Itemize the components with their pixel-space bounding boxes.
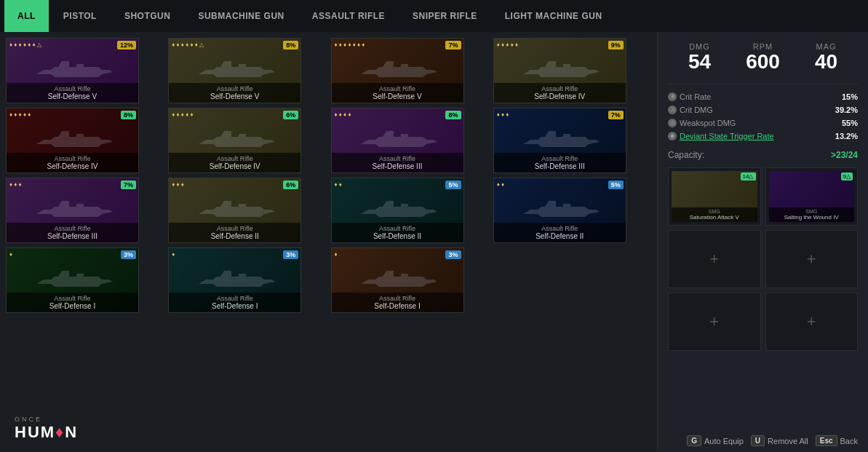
card-label: Assault RifleSelf-Defense IV bbox=[494, 83, 626, 103]
key-hint-label: Auto Equip bbox=[704, 437, 744, 445]
mod-grid: 14△SMGSaturation Attack V9△SMGSalting th… bbox=[668, 167, 858, 351]
card-badge: 7% bbox=[445, 41, 461, 49]
dmg-stat: DMG 54 bbox=[668, 42, 731, 74]
card-badge: 9% bbox=[608, 41, 624, 49]
mod-card: 9△SMGSalting the Wound IV bbox=[769, 171, 855, 222]
weapon-card[interactable]: ♦3%Assault RifleSelf-Defense I bbox=[331, 247, 464, 313]
key-hint-g[interactable]: GAuto Equip bbox=[687, 435, 744, 446]
weapon-card[interactable]: ♦ ♦ ♦ ♦ ♦ ♦ ♦7%Assault RifleSelf-Defense… bbox=[331, 38, 464, 103]
properties-section: ★Crit Rate15%⚔Crit DMG39.2%◎Weakspot DMG… bbox=[668, 84, 858, 143]
card-label: Assault RifleSelf-Defense III bbox=[494, 153, 626, 173]
weapon-card[interactable]: ♦ ♦ ♦ ♦ ♦6%Assault RifleSelf-Defense IV bbox=[168, 108, 301, 173]
property-value: 39.2% bbox=[835, 106, 858, 114]
weapon-card[interactable]: ♦ ♦5%Assault RifleSelf-Defense II bbox=[331, 178, 464, 243]
card-label: Assault RifleSelf-Defense IV bbox=[7, 153, 138, 173]
weapon-card[interactable]: ♦ ♦ ♦ ♦ ♦ ♦ △12%Assault RifleSelf-Defens… bbox=[6, 38, 139, 103]
card-badge: 12% bbox=[117, 41, 136, 49]
property-icon: ◆ bbox=[668, 132, 677, 140]
weapon-card[interactable]: ♦ ♦ ♦7%Assault RifleSelf-Defense III bbox=[6, 178, 139, 243]
weapon-card[interactable]: ♦ ♦ ♦ ♦8%Assault RifleSelf-Defense III bbox=[331, 108, 464, 173]
card-stars: ♦ bbox=[9, 251, 12, 258]
card-label: Assault RifleSelf-Defense V bbox=[7, 83, 138, 103]
weapon-card[interactable]: ♦3%Assault RifleSelf-Defense I bbox=[6, 247, 139, 313]
weapon-card[interactable]: ♦ ♦5%Assault RifleSelf-Defense II bbox=[493, 178, 626, 243]
card-badge: 8% bbox=[121, 111, 136, 119]
mod-slot[interactable]: + bbox=[765, 293, 859, 351]
card-stars: ♦ bbox=[335, 251, 338, 258]
key-hint-u[interactable]: URemove All bbox=[751, 435, 808, 446]
card-badge: 8% bbox=[283, 41, 298, 49]
weapon-card[interactable]: ♦3%Assault RifleSelf-Defense I bbox=[168, 247, 301, 313]
property-row: ◆Deviant State Trigger Rate13.2% bbox=[668, 130, 858, 143]
weapon-card[interactable]: ♦ ♦ ♦7%Assault RifleSelf-Defense III bbox=[493, 108, 626, 173]
card-stars: ♦ ♦ ♦ bbox=[172, 181, 184, 188]
card-label: Assault RifleSelf-Defense II bbox=[494, 223, 626, 242]
property-row: ⚔Crit DMG39.2% bbox=[668, 103, 858, 116]
add-mod-icon: + bbox=[709, 250, 719, 269]
card-badge: 5% bbox=[445, 181, 461, 189]
card-badge: 7% bbox=[608, 111, 624, 119]
nav-tab-pistol[interactable]: PISTOL bbox=[50, 0, 110, 32]
add-mod-icon: + bbox=[709, 312, 719, 331]
card-badge: 5% bbox=[608, 181, 624, 189]
logo: ONCE HUM♦N bbox=[15, 416, 78, 442]
card-label: Assault RifleSelf-Defense I bbox=[332, 293, 463, 312]
key-box: U bbox=[751, 435, 765, 446]
mod-slot[interactable]: 14△SMGSaturation Attack V bbox=[668, 167, 761, 226]
property-name: ★Crit Rate bbox=[668, 92, 711, 101]
card-stars: ♦ ♦ ♦ ♦ ♦ ♦ ♦ bbox=[335, 41, 365, 48]
weapon-grid: ♦ ♦ ♦ ♦ ♦ ♦ △12%Assault RifleSelf-Defens… bbox=[6, 38, 651, 313]
card-stars: ♦ ♦ bbox=[497, 181, 504, 188]
nav-tab-ar[interactable]: ASSAULT RIFLE bbox=[299, 0, 398, 32]
property-label: Weakspot DMG bbox=[680, 119, 736, 127]
property-icon: ◎ bbox=[668, 119, 677, 127]
logo-human: HUM♦N bbox=[15, 423, 78, 442]
mod-label: SMGSaturation Attack V bbox=[672, 207, 757, 222]
card-stars: ♦ ♦ ♦ ♦ ♦ bbox=[9, 111, 31, 118]
card-label: Assault RifleSelf-Defense III bbox=[7, 223, 138, 242]
nav-tab-lmg[interactable]: LIGHT MACHINE GUN bbox=[492, 0, 616, 32]
card-label: Assault RifleSelf-Defense I bbox=[7, 293, 138, 312]
key-box: Esc bbox=[816, 435, 837, 446]
property-icon: ★ bbox=[668, 92, 677, 101]
property-label[interactable]: Deviant State Trigger Rate bbox=[680, 132, 774, 140]
mod-slot[interactable]: + bbox=[668, 293, 761, 351]
card-stars: ♦ ♦ ♦ bbox=[9, 181, 22, 188]
nav-tab-all[interactable]: ALL bbox=[4, 0, 49, 32]
card-badge: 3% bbox=[283, 250, 298, 259]
card-badge: 6% bbox=[283, 111, 298, 119]
card-label: Assault RifleSelf-Defense II bbox=[169, 223, 300, 242]
key-box: G bbox=[687, 435, 701, 446]
card-stars: ♦ ♦ ♦ ♦ ♦ bbox=[497, 41, 518, 48]
key-hint-label: Back bbox=[840, 437, 858, 445]
property-name: ◆Deviant State Trigger Rate bbox=[668, 132, 774, 140]
nav-tab-sniper[interactable]: SNIPER RIFLE bbox=[399, 0, 490, 32]
property-name: ◎Weakspot DMG bbox=[668, 119, 736, 127]
weapon-card[interactable]: ♦ ♦ ♦6%Assault RifleSelf-Defense II bbox=[168, 178, 301, 243]
property-value: 55% bbox=[842, 119, 858, 127]
rpm-stat: RPM 600 bbox=[731, 42, 795, 74]
weapon-card[interactable]: ♦ ♦ ♦ ♦ ♦ ♦ △8%Assault RifleSelf-Defense… bbox=[168, 38, 301, 103]
stats-row: DMG 54 RPM 600 MAG 40 bbox=[668, 42, 858, 74]
key-hint-esc[interactable]: EscBack bbox=[816, 435, 858, 446]
card-stars: ♦ bbox=[172, 251, 175, 258]
mag-stat: MAG 40 bbox=[795, 42, 858, 74]
mod-badge: 14△ bbox=[741, 173, 756, 181]
mag-value: 40 bbox=[795, 51, 858, 74]
mod-slot[interactable]: + bbox=[668, 230, 761, 288]
card-badge: 3% bbox=[121, 250, 136, 259]
card-label: Assault RifleSelf-Defense V bbox=[332, 83, 463, 103]
grid-panel: ♦ ♦ ♦ ♦ ♦ ♦ △12%Assault RifleSelf-Defens… bbox=[0, 32, 657, 452]
nav-tab-shotgun[interactable]: SHOTGUN bbox=[111, 0, 184, 32]
mod-badge: 9△ bbox=[841, 173, 853, 181]
right-panel: DMG 54 RPM 600 MAG 40 ★Crit Rate15%⚔Crit… bbox=[657, 32, 868, 452]
mod-slot[interactable]: + bbox=[765, 230, 859, 288]
weapon-card[interactable]: ♦ ♦ ♦ ♦ ♦8%Assault RifleSelf-Defense IV bbox=[6, 108, 139, 173]
card-label: Assault RifleSelf-Defense III bbox=[332, 153, 463, 173]
weapon-card[interactable]: ♦ ♦ ♦ ♦ ♦9%Assault RifleSelf-Defense IV bbox=[493, 38, 626, 103]
property-name: ⚔Crit DMG bbox=[668, 106, 713, 114]
card-stars: ♦ ♦ ♦ bbox=[497, 111, 509, 118]
nav-tab-smg[interactable]: SUBMACHINE GUN bbox=[185, 0, 297, 32]
capacity-label: Capacity: bbox=[668, 150, 704, 160]
mod-slot[interactable]: 9△SMGSalting the Wound IV bbox=[765, 167, 859, 226]
